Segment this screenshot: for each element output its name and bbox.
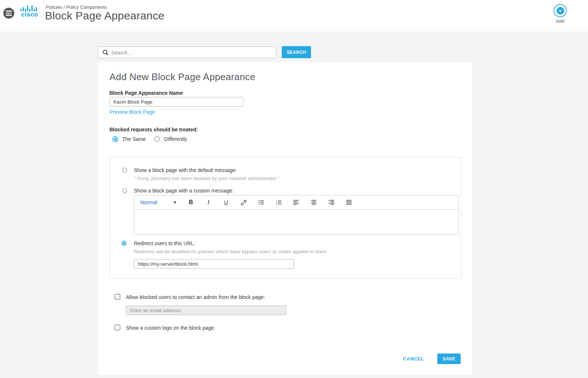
default-message-label[interactable]: Show a block page with the default messa… <box>134 167 237 173</box>
caret-down-icon <box>173 202 176 203</box>
align-right-button[interactable] <box>329 199 334 206</box>
search-button[interactable]: SEARCH <box>282 46 311 58</box>
page-title: Block Page Appearance <box>45 10 165 22</box>
plus-icon: + <box>557 7 564 15</box>
contact-admin-checkbox[interactable] <box>115 294 120 300</box>
radio-the-same[interactable] <box>112 136 118 142</box>
link-icon <box>241 199 247 206</box>
treated-label: Blocked requests should be treated: <box>109 127 198 132</box>
contact-admin-label[interactable]: Allow blocked users to contact an admin … <box>126 294 265 300</box>
ordered-list-icon: 123 <box>276 199 282 205</box>
redirect-url-input[interactable] <box>134 259 294 269</box>
search-icon <box>102 49 109 56</box>
custom-message-textarea[interactable] <box>134 210 458 235</box>
radio-redirect-url[interactable] <box>121 241 127 246</box>
paragraph-style-value: Normal <box>140 199 157 205</box>
app-header: cisco Policies / Policy Components Block… <box>0 0 588 32</box>
search-input[interactable] <box>111 47 273 59</box>
redirect-url-label[interactable]: Redirect users to this URL: <box>134 240 195 246</box>
radio-custom-message[interactable] <box>122 188 127 193</box>
save-button[interactable]: SAVE <box>437 353 461 364</box>
custom-message-label[interactable]: Show a block page with a custom message: <box>134 188 233 194</box>
admin-email-input[interactable] <box>126 306 286 315</box>
svg-text:3: 3 <box>276 203 277 205</box>
custom-message-editor: Normal B I U <box>134 195 458 235</box>
bold-button[interactable]: B <box>188 199 194 206</box>
align-center-icon <box>311 199 317 205</box>
name-field-label: Block Page Appearance Name <box>109 90 183 96</box>
redirect-url-subtext: Redirects will be disabled on policies w… <box>134 249 328 254</box>
search-box <box>98 46 276 58</box>
add-block-page-card: Add New Block Page Appearance Block Page… <box>98 61 473 375</box>
underline-button[interactable]: U <box>223 199 229 206</box>
radio-differently-label[interactable]: Differently <box>164 136 187 142</box>
block-page-name-input[interactable] <box>109 97 243 106</box>
cisco-brand-text: cisco <box>19 12 40 17</box>
bullet-list-button[interactable] <box>258 199 264 206</box>
align-left-icon <box>293 199 299 205</box>
paragraph-style-dropdown[interactable]: Normal <box>140 199 176 205</box>
treated-radio-group: The Same Differently <box>112 136 187 142</box>
radio-differently[interactable] <box>154 136 160 142</box>
block-action-options-box: Show a block page with the default messa… <box>110 157 461 278</box>
radio-default-message[interactable] <box>122 168 127 173</box>
align-right-icon <box>329 199 334 205</box>
default-message-subtext: " Sorry, [domain] has been blocked by yo… <box>134 176 279 181</box>
card-title: Add New Block Page Appearance <box>109 71 255 83</box>
editor-toolbar: Normal B I U <box>134 195 458 210</box>
radio-the-same-label[interactable]: The Same <box>122 136 146 142</box>
card-footer: CANCEL SAVE <box>401 353 461 364</box>
block-page-appearance-screen: cisco Policies / Policy Components Block… <box>0 0 588 378</box>
hamburger-menu-icon[interactable] <box>3 8 14 19</box>
breadcrumb[interactable]: Policies / Policy Components <box>46 4 107 10</box>
add-button[interactable]: + Add <box>553 4 568 24</box>
add-button-label: Add <box>553 18 568 24</box>
link-button[interactable] <box>241 199 247 206</box>
cisco-logo: cisco <box>19 5 40 17</box>
ordered-list-button[interactable]: 123 <box>276 199 282 206</box>
italic-button[interactable]: I <box>206 199 211 206</box>
cisco-logo-bars-icon <box>19 5 39 11</box>
custom-logo-label[interactable]: Show a custom logo on the block page. <box>126 325 215 331</box>
add-circle[interactable]: + <box>554 4 567 17</box>
justify-icon <box>346 199 352 205</box>
align-center-button[interactable] <box>311 199 317 206</box>
justify-button[interactable] <box>346 199 352 206</box>
bullet-list-icon <box>258 199 264 205</box>
preview-block-page-link[interactable]: Preview Block Page <box>109 109 155 115</box>
align-left-button[interactable] <box>293 199 299 206</box>
cancel-button[interactable]: CANCEL <box>401 356 426 362</box>
custom-logo-checkbox[interactable] <box>115 325 120 330</box>
